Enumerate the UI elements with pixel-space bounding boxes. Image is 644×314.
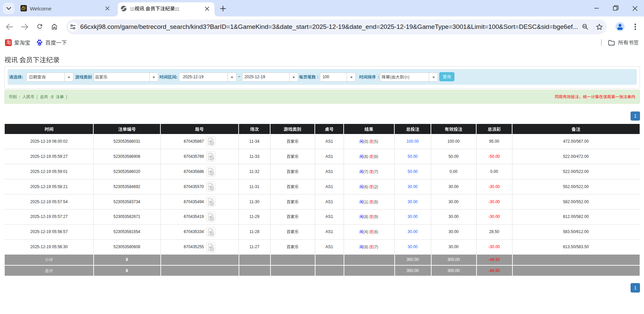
svg-text:du: du [38,43,41,45]
